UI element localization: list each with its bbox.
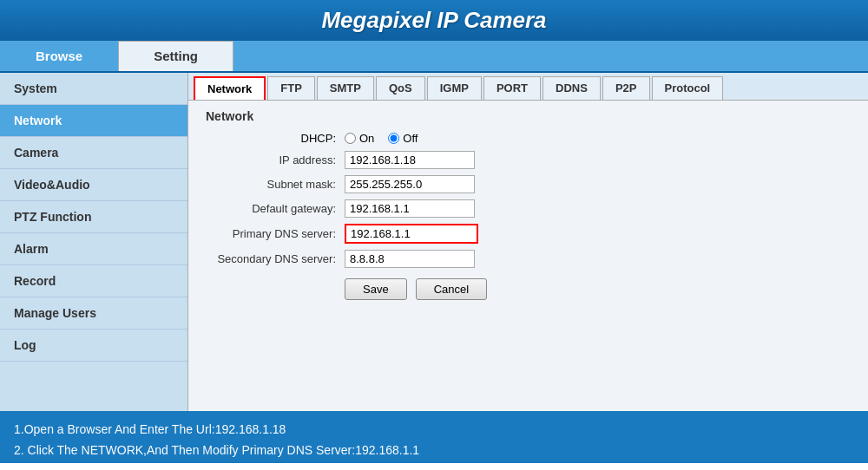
section-title: Network: [206, 109, 851, 123]
dhcp-radio-group: On Off: [345, 132, 418, 145]
sidebar: System Network Camera Video&Audio PTZ Fu…: [0, 73, 188, 411]
sidebar-item-system[interactable]: System: [0, 73, 187, 105]
secondary-dns-label: Secondary DNS server:: [206, 252, 345, 265]
dhcp-on-option[interactable]: On: [345, 132, 374, 145]
app-title: Megapixel IP Camera: [0, 7, 868, 34]
ip-address-label: IP address:: [206, 153, 345, 166]
primary-dns-input[interactable]: [346, 225, 477, 242]
primary-dns-highlight-box: [345, 224, 478, 244]
top-tab-bar: Browse Setting: [0, 41, 868, 73]
sidebar-item-alarm[interactable]: Alarm: [0, 233, 187, 265]
sidebar-item-camera[interactable]: Camera: [0, 137, 187, 169]
gateway-label: Default gateway:: [206, 202, 345, 215]
footer-line2: 2. Click The NETWORK,And Then Modify Pri…: [14, 441, 854, 461]
main-layout: System Network Camera Video&Audio PTZ Fu…: [0, 73, 868, 411]
dhcp-on-label: On: [359, 132, 374, 145]
save-button[interactable]: Save: [345, 278, 407, 300]
ip-address-row: IP address:: [206, 151, 851, 169]
tab-setting[interactable]: Setting: [118, 41, 233, 71]
sub-tab-port[interactable]: PORT: [483, 76, 541, 100]
sub-tab-network[interactable]: Network: [194, 76, 266, 100]
footer: 1.Open a Browser And Enter The Url:192.1…: [0, 411, 868, 463]
dhcp-off-option[interactable]: Off: [388, 132, 418, 145]
gateway-row: Default gateway:: [206, 199, 851, 218]
subnet-mask-label: Subnet mask:: [206, 178, 345, 191]
sub-tab-bar: Network FTP SMTP QoS IGMP PORT DDNS P2P …: [188, 73, 868, 101]
sidebar-item-network[interactable]: Network: [0, 105, 187, 137]
dhcp-on-radio[interactable]: [345, 133, 356, 144]
ip-address-input[interactable]: [345, 151, 475, 169]
subnet-mask-input[interactable]: [345, 175, 475, 193]
dhcp-label: DHCP:: [206, 132, 345, 145]
tab-browse[interactable]: Browse: [0, 41, 118, 71]
dhcp-off-radio[interactable]: [388, 133, 399, 144]
secondary-dns-input[interactable]: [345, 250, 475, 268]
content-area: Network FTP SMTP QoS IGMP PORT DDNS P2P …: [188, 73, 868, 411]
sidebar-item-manage-users[interactable]: Manage Users: [0, 297, 187, 330]
sidebar-item-record[interactable]: Record: [0, 265, 187, 297]
sidebar-item-log[interactable]: Log: [0, 330, 187, 362]
sub-tab-smtp[interactable]: SMTP: [317, 76, 374, 100]
header: Megapixel IP Camera: [0, 0, 868, 41]
primary-dns-row: Primary DNS server:: [206, 224, 851, 244]
gateway-input[interactable]: [345, 199, 475, 218]
sub-tab-ftp[interactable]: FTP: [267, 76, 315, 100]
network-form: Network DHCP: On Off IP address:: [188, 101, 868, 309]
sidebar-item-ptz[interactable]: PTZ Function: [0, 201, 187, 233]
secondary-dns-row: Secondary DNS server:: [206, 250, 851, 268]
subnet-mask-row: Subnet mask:: [206, 175, 851, 193]
sub-tab-ddns[interactable]: DDNS: [542, 76, 601, 100]
sub-tab-protocol[interactable]: Protocol: [652, 76, 724, 100]
button-row: Save Cancel: [345, 278, 851, 300]
sub-tab-p2p[interactable]: P2P: [602, 76, 650, 100]
cancel-button[interactable]: Cancel: [416, 278, 487, 300]
dhcp-off-label: Off: [403, 132, 418, 145]
footer-line1: 1.Open a Browser And Enter The Url:192.1…: [14, 420, 854, 441]
dhcp-row: DHCP: On Off: [206, 132, 851, 145]
sidebar-item-videoaudio[interactable]: Video&Audio: [0, 169, 187, 201]
primary-dns-label: Primary DNS server:: [206, 227, 345, 240]
sub-tab-igmp[interactable]: IGMP: [427, 76, 482, 100]
sub-tab-qos[interactable]: QoS: [376, 76, 425, 100]
